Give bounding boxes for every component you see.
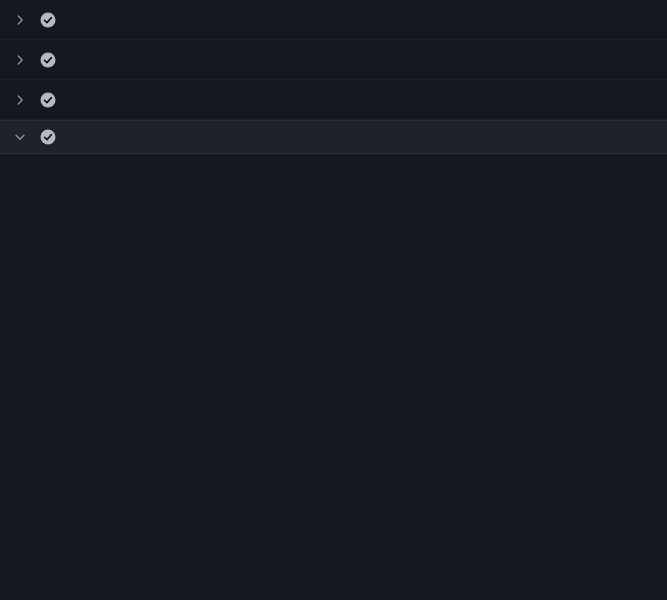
- chevron-right-icon: [12, 92, 28, 108]
- success-check-circle-icon: [40, 52, 56, 68]
- success-check-circle-icon: [40, 129, 56, 145]
- workflow-log-viewer: [0, 0, 667, 600]
- success-check-circle-icon: [40, 92, 56, 108]
- log-lines-container: [0, 154, 667, 168]
- success-check-circle-icon: [40, 12, 56, 28]
- step-row-post-build[interactable]: [0, 80, 667, 120]
- steps-list: [0, 0, 667, 154]
- chevron-down-icon: [12, 129, 28, 145]
- step-row-build[interactable]: [0, 40, 667, 80]
- step-row-set-up-docker-buildx[interactable]: [0, 0, 667, 40]
- chevron-right-icon: [12, 12, 28, 28]
- chevron-right-icon: [12, 52, 28, 68]
- step-row-post-set-up-docker-buildx[interactable]: [0, 120, 667, 154]
